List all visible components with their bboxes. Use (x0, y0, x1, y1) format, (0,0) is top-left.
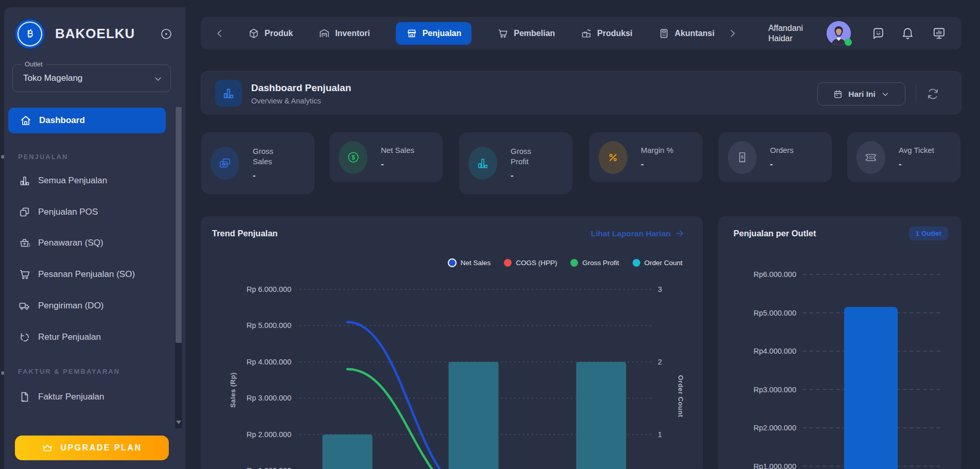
document-icon (19, 391, 31, 403)
online-status-dot (845, 39, 852, 46)
upgrade-plan-label: UPGRADE PLAN (60, 443, 142, 453)
y-tick: Rp1.000.000 (728, 462, 796, 469)
nav-scroll-left-icon[interactable] (214, 28, 225, 39)
calculator-icon (658, 28, 670, 39)
nav-scroll-right-icon[interactable] (727, 28, 738, 39)
svg-text:$: $ (352, 154, 355, 161)
warehouse-icon (319, 28, 330, 39)
sidebar-item-semua-penjualan[interactable]: Semua Penjualan (8, 169, 166, 192)
return-rotate-icon (19, 331, 31, 343)
kpi-value: - (253, 170, 286, 181)
shopping-cart-icon (19, 268, 31, 281)
y2-axis-label: Order Count (677, 368, 685, 425)
bar-chart-icon (468, 147, 497, 180)
avatar[interactable] (827, 21, 851, 45)
basket-icon (19, 237, 31, 249)
y-tick: Rp3.000.000 (728, 386, 796, 394)
nav-tab-produksi[interactable]: Produksi (581, 28, 632, 39)
bell-icon[interactable] (901, 26, 915, 40)
period-filter-value: Hari Ini (848, 90, 876, 99)
cube-icon (248, 28, 259, 39)
svg-text:$: $ (741, 154, 743, 159)
kpi-card-gross-sales: Gross Sales- (201, 132, 314, 194)
sidebar-item-penawaran-sq[interactable]: Penawaran (SQ) (8, 232, 166, 254)
bar-chart-icon (19, 175, 31, 187)
period-filter-button[interactable]: Hari Ini (817, 82, 905, 106)
kpi-value: - (511, 170, 544, 181)
display-icon[interactable] (932, 26, 946, 40)
kpi-card-net-sales: $ Net Sales- (329, 132, 443, 182)
divider (916, 84, 916, 103)
home-icon (20, 114, 32, 127)
y-tick: Rp4.000.000 (728, 347, 796, 355)
kpi-card-orders: $ Orders- (719, 132, 832, 182)
logo-ring (18, 22, 42, 46)
user-name[interactable]: Affandani Haidar (768, 23, 803, 44)
nav-tab-pembelian[interactable]: Pembelian (497, 28, 555, 39)
kpi-value: - (381, 159, 414, 169)
y-tick: Rp5.000.000 (728, 309, 796, 317)
dashboard-header: Dashboard Penjualan Overview & Analytics… (201, 71, 961, 114)
copy-receipt-icon (19, 206, 31, 218)
money-icon (211, 147, 239, 180)
y-tick: Rp2.000.000 (728, 424, 796, 432)
kpi-card-gross-profit: Gross Profit- (459, 132, 572, 194)
penjualan-per-outlet-card: Penjualan per Outlet 1 Outlet Rp6.000.00… (718, 216, 961, 469)
y-tick: Rp 6.000.000 (221, 285, 291, 293)
truck-icon (19, 300, 31, 312)
trend-penjualan-card: Trend Penjualan Lihat Laporan Harian Net… (201, 216, 703, 469)
factory-icon (581, 28, 592, 39)
y-tick: Rp 1.000.000 (221, 466, 291, 469)
kpi-card-margin: Margin %- (589, 132, 703, 182)
kpi-value: - (899, 159, 934, 169)
sidebar: BAKOELKU Outlet Toko Magelang Dashboard … (4, 7, 185, 469)
sidebar-item-pesanan-penjualan-so[interactable]: Pesanan Penjualan (SO) (8, 263, 166, 286)
y2-tick: 3 (654, 285, 666, 293)
scrollbar-down-arrow[interactable] (176, 421, 181, 424)
app-root: { "brand": { "name": "BAKOELKU" }, "colo… (0, 0, 980, 469)
nav-tab-produk[interactable]: Produk (248, 28, 293, 39)
nav-tabs: Produk Inventori Penjualan Pembelian Pro… (248, 22, 714, 45)
storefront-icon (406, 28, 417, 39)
y-tick: Rp6.000.000 (728, 270, 796, 279)
brand-logo-icon (15, 20, 44, 48)
scrollbar-thumb[interactable] (176, 107, 182, 343)
y2-tick: 1 (654, 430, 666, 439)
sidebar-item-penjualan-pos[interactable]: Penjualan POS (8, 201, 166, 223)
nav-tab-akuntansi[interactable]: Akuntansi (658, 28, 714, 39)
kpi-card-avg-ticket: Avg Ticket- (847, 132, 960, 182)
sidebar-item-faktur-penjualan[interactable]: Faktur Penjualan (8, 386, 166, 408)
chat-icon[interactable] (871, 26, 885, 40)
page-title: Dashboard Penjualan (251, 82, 351, 94)
crown-icon (42, 442, 53, 454)
dashboard-chart-icon (215, 80, 242, 107)
sidebar-item-pengiriman-do[interactable]: Pengiriman (DO) (8, 294, 166, 317)
sidebar-item-retur-penjualan[interactable]: Retur Penjualan (8, 326, 166, 349)
chevron-down-icon (881, 90, 890, 99)
page-subtitle: Overview & Analytics (251, 97, 321, 105)
y-tick: Rp 2.000.000 (221, 430, 291, 439)
cart-icon (497, 28, 509, 39)
sidebar-section-faktur: FAKTUR & PEMBAYARAN (18, 368, 120, 375)
chevron-down-icon (153, 74, 163, 84)
dollar-circle-icon: $ (339, 141, 367, 174)
receipt-icon: $ (728, 141, 757, 174)
top-navigation: Produk Inventori Penjualan Pembelian Pro… (201, 17, 961, 49)
nav-tab-penjualan[interactable]: Penjualan (396, 22, 472, 45)
kpi-value: - (641, 159, 673, 169)
calendar-icon (833, 89, 843, 99)
outlet-select[interactable]: Outlet Toko Magelang (12, 64, 171, 92)
sidebar-collapse-icon[interactable] (160, 28, 172, 40)
sidebar-scrollbar[interactable] (175, 107, 182, 428)
sidebar-section-penjualan: PENJUALAN (18, 153, 68, 161)
percent-icon (599, 141, 627, 174)
nav-tab-inventori[interactable]: Inventori (319, 28, 370, 39)
refresh-icon[interactable] (926, 87, 940, 101)
sidebar-item-label: Dashboard (39, 115, 85, 126)
ticket-icon (856, 141, 885, 174)
outlet-select-value: Toko Magelang (23, 65, 82, 92)
y-axis-label: Sales (Rp) (229, 362, 237, 419)
upgrade-plan-button[interactable]: UPGRADE PLAN (15, 436, 169, 460)
sidebar-item-dashboard[interactable]: Dashboard (8, 108, 166, 133)
brand-name: BAKOELKU (55, 26, 135, 42)
